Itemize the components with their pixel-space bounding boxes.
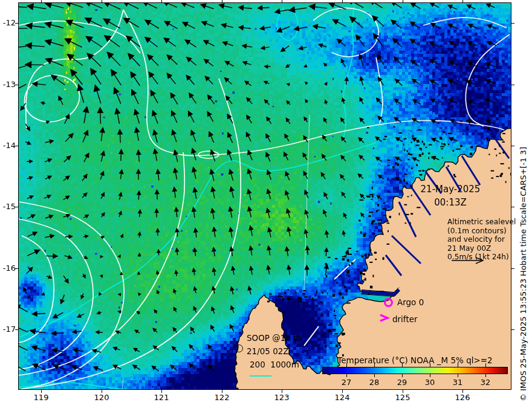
x-axis-tick bbox=[462, 0, 463, 2]
colorbar-tick bbox=[374, 363, 375, 367]
y-axis-tick-label: -15 bbox=[0, 202, 16, 211]
y-axis-tick-label: -17 bbox=[0, 325, 16, 334]
x-axis-tick bbox=[342, 0, 343, 2]
colorbar-tick bbox=[485, 363, 486, 367]
argo-label: Argo 0 bbox=[397, 297, 424, 307]
argo-marker-icon bbox=[384, 298, 393, 307]
colorbar-tick-label: 31 bbox=[453, 378, 463, 387]
colorbar-tick bbox=[346, 374, 347, 377]
ocean-map-canvas bbox=[18, 2, 511, 390]
drifter-label: drifter bbox=[392, 314, 418, 324]
colorbar bbox=[322, 367, 508, 374]
map-date: 21-May-2025 bbox=[396, 184, 505, 195]
colorbar-tick-label: 29 bbox=[397, 378, 407, 387]
y-axis-tick-label: -16 bbox=[0, 264, 16, 273]
colorbar-tick bbox=[402, 363, 403, 367]
y-axis-tick bbox=[511, 268, 514, 269]
colorbar-tick-label: 27 bbox=[342, 378, 352, 387]
colorbar-tick bbox=[374, 374, 375, 377]
colorbar-tick-label: 30 bbox=[425, 378, 435, 387]
colorbar-tick bbox=[346, 363, 347, 367]
x-axis-tick-label: 121 bbox=[154, 393, 169, 402]
y-axis-tick-label: -12 bbox=[0, 18, 16, 27]
colorbar-tick bbox=[430, 363, 430, 367]
x-axis-tick-label: 119 bbox=[34, 393, 49, 402]
y-axis-tick-label: -14 bbox=[0, 141, 16, 150]
scale-arrow-icon bbox=[450, 256, 487, 265]
x-axis-tick bbox=[102, 0, 102, 2]
x-axis-tick-label: 125 bbox=[395, 393, 410, 402]
bathy-contour-sample-line bbox=[250, 375, 271, 377]
y-axis-tick bbox=[511, 23, 514, 24]
colorbar-tick bbox=[458, 363, 458, 367]
altimetry-note-line: and velocity for bbox=[447, 235, 516, 244]
x-axis-tick bbox=[161, 0, 162, 2]
x-axis-tick-label: 124 bbox=[335, 393, 350, 402]
y-axis-tick bbox=[511, 207, 514, 207]
colorbar-tick bbox=[402, 374, 403, 377]
x-axis-tick-label: 120 bbox=[94, 393, 109, 402]
colorbar-tick-label: 28 bbox=[369, 378, 380, 387]
x-axis-tick bbox=[403, 0, 403, 2]
soop-label-1: SOOP @1h to bbox=[247, 333, 302, 343]
soop-label-2: 21/05 02Z bbox=[247, 346, 289, 356]
y-axis-tick-label: -13 bbox=[0, 80, 16, 89]
colorbar-title: Temperature (°C) NOAA _M 5% ql>=2 bbox=[322, 355, 508, 365]
bathy-scale-label: 200 1000m bbox=[250, 360, 299, 369]
figure-root: 119120121122123124125126-12-13-14-15-16-… bbox=[0, 0, 532, 411]
soop-marker-icon bbox=[235, 345, 243, 352]
drifter-marker-icon bbox=[378, 313, 391, 323]
altimetry-note-line: Altimetric sealevel bbox=[447, 218, 516, 227]
copyright-vertical-text: © IMOS 25-May-2025 13:55:23 Hobart time … bbox=[519, 111, 528, 401]
altimetry-note-line: (0.1m contours) bbox=[447, 227, 516, 236]
x-axis-tick bbox=[222, 0, 222, 2]
x-axis-tick bbox=[282, 0, 282, 2]
colorbar-tick bbox=[458, 374, 458, 377]
x-axis-tick-label: 122 bbox=[215, 393, 230, 402]
y-axis-tick bbox=[511, 329, 514, 330]
y-axis-tick bbox=[511, 85, 514, 85]
y-axis-tick bbox=[511, 146, 514, 146]
altimetry-note: Altimetric sealevel(0.1m contours)and ve… bbox=[447, 218, 516, 262]
colorbar-tick bbox=[485, 374, 486, 377]
x-axis-tick bbox=[41, 0, 42, 2]
colorbar-tick-label: 32 bbox=[481, 378, 491, 387]
colorbar-tick bbox=[430, 374, 430, 377]
altimetry-note-line: 21 May 00Z bbox=[447, 244, 516, 253]
x-axis-tick-label: 126 bbox=[455, 393, 470, 402]
x-axis-tick-label: 123 bbox=[274, 393, 290, 402]
map-time: 00:13Z bbox=[396, 197, 505, 208]
